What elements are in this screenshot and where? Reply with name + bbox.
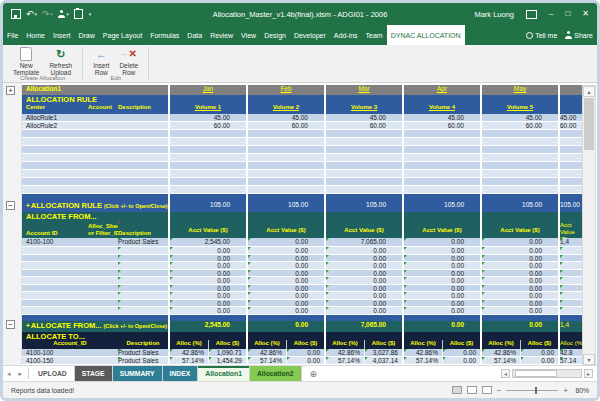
empty-cell[interactable]: [324, 146, 402, 153]
description-cell[interactable]: [118, 300, 168, 307]
user-name[interactable]: Mark Luong: [474, 10, 514, 19]
empty-cell[interactable]: [246, 130, 324, 137]
empty-cell[interactable]: [22, 146, 168, 153]
sheet-tab-allocation2[interactable]: Allocation2: [250, 366, 302, 381]
partial-column-cell[interactable]: [558, 104, 582, 114]
zoom-slider-thumb[interactable]: [535, 387, 537, 394]
outline-collapse-button[interactable]: −: [6, 201, 15, 210]
empty-cell[interactable]: [480, 365, 558, 366]
save-icon[interactable]: [11, 9, 21, 19]
value-cell[interactable]: 7,065.00: [324, 238, 402, 246]
column-header[interactable]: Account_ID: [22, 340, 118, 349]
alloc-amt-header[interactable]: Alloc ($): [364, 340, 402, 349]
acct-value-header[interactable]: Acct Value ($): [168, 222, 246, 238]
partial-column-cell[interactable]: 1,4: [558, 321, 582, 332]
empty-cell[interactable]: [22, 138, 168, 145]
account-id-cell[interactable]: [22, 292, 88, 299]
description-cell[interactable]: [118, 247, 168, 254]
account-id-cell[interactable]: 4100-100: [22, 238, 88, 246]
value-cell[interactable]: 0.00: [480, 270, 558, 277]
value-cell[interactable]: 0.00: [246, 307, 324, 314]
partial-column-cell[interactable]: [558, 285, 582, 292]
value-cell[interactable]: 0.00: [480, 307, 558, 314]
alloc-sheet-cell[interactable]: [88, 300, 118, 307]
section-title[interactable]: ALLOCATE FROM...: [22, 212, 168, 222]
description-cell[interactable]: Product Sales: [118, 238, 168, 246]
summary-value-cell[interactable]: 0.00: [480, 321, 558, 332]
empty-cell[interactable]: [22, 365, 168, 366]
header-cell[interactable]: [168, 332, 246, 340]
partial-column-cell[interactable]: [558, 170, 582, 177]
account-id-cell[interactable]: 4100-100: [22, 349, 118, 356]
new-sheet-button[interactable]: ⊕: [302, 366, 326, 381]
volume-header[interactable]: Volume 5: [480, 104, 558, 114]
refresh-upload-button[interactable]: ↻ Refresh Upload: [45, 46, 76, 77]
value-cell[interactable]: 0.00: [402, 262, 480, 269]
description-cell[interactable]: [118, 277, 168, 284]
alloc-sheet-cell[interactable]: [88, 238, 118, 246]
empty-cell[interactable]: [480, 146, 558, 153]
empty-cell[interactable]: [246, 146, 324, 153]
header-cell[interactable]: [324, 332, 402, 340]
account-cell[interactable]: [88, 114, 118, 121]
value-cell[interactable]: 0.00: [246, 277, 324, 284]
summary-value-cell[interactable]: 0.00: [246, 321, 324, 332]
column-header[interactable]: Description: [118, 340, 168, 349]
ribbon-tab-file[interactable]: File: [3, 25, 22, 45]
partial-column-cell[interactable]: [558, 270, 582, 277]
alloc-amt-header[interactable]: Alloc ($): [520, 340, 558, 349]
column-header[interactable]: Alloc_Sheet or Filter_ID: [88, 222, 118, 238]
description-cell[interactable]: [118, 270, 168, 277]
outline-collapse-button[interactable]: −: [6, 320, 15, 329]
value-cell[interactable]: 0.00: [246, 262, 324, 269]
empty-cell[interactable]: [324, 154, 402, 161]
partial-column-cell[interactable]: [558, 262, 582, 269]
center-cell[interactable]: AllocRule1: [22, 114, 88, 121]
empty-cell[interactable]: [402, 162, 480, 169]
month-header[interactable]: Feb: [246, 85, 324, 95]
scroll-down-icon[interactable]: ▾: [583, 354, 595, 365]
description-cell[interactable]: [118, 122, 168, 129]
alloc-pct-cell[interactable]: 57.14%: [326, 357, 364, 364]
alloc-pct-cell[interactable]: 42.86%: [326, 349, 364, 356]
empty-cell[interactable]: [480, 186, 558, 193]
ribbon-tab-design[interactable]: Design: [260, 25, 290, 45]
center-cell[interactable]: AllocRule2: [22, 122, 88, 129]
partial-column-cell[interactable]: [558, 154, 582, 161]
partial-column-cell[interactable]: [558, 186, 582, 193]
column-header[interactable]: Account ID: [22, 222, 88, 238]
empty-cell[interactable]: [324, 186, 402, 193]
alloc-value-pair[interactable]: 57.14%0.00: [402, 357, 480, 364]
header-cell[interactable]: [480, 332, 558, 340]
value-cell[interactable]: 0.00: [480, 262, 558, 269]
empty-cell[interactable]: [246, 170, 324, 177]
collapse-row-label[interactable]: +ALLOCATION RULE(Click +/- to Open/Close…: [22, 201, 168, 212]
partial-column-cell[interactable]: [558, 138, 582, 145]
alloc-pct-cell[interactable]: 57.14%: [482, 357, 520, 364]
header-cell[interactable]: [168, 95, 246, 104]
sheet-tab-stage[interactable]: STAGE: [75, 366, 113, 381]
value-cell[interactable]: 0.00: [168, 270, 246, 277]
ribbon-tab-dynac-allocation[interactable]: DYNAC ALLOCATION: [387, 25, 465, 45]
empty-cell[interactable]: [246, 365, 324, 366]
value-cell[interactable]: 0.00: [168, 307, 246, 314]
alloc-amt-cell[interactable]: 0.00: [286, 349, 324, 356]
alloc-value-pair[interactable]: 57.14%1,454.29: [168, 357, 246, 364]
partial-column-cell[interactable]: Acct Value ($): [558, 222, 582, 238]
alloc-pct-cell[interactable]: 42.86%: [170, 349, 208, 356]
value-cell[interactable]: 0.00: [480, 285, 558, 292]
value-cell[interactable]: 0.00: [480, 277, 558, 284]
alloc-header-pair[interactable]: Alloc (%)Alloc ($): [402, 340, 480, 349]
summary-value-cell[interactable]: 105.00: [402, 201, 480, 212]
alloc-header-pair[interactable]: Alloc (%)Alloc ($): [246, 340, 324, 349]
alloc-amt-cell[interactable]: 0.00: [520, 349, 558, 356]
maximize-button[interactable]: □: [565, 10, 570, 18]
partial-column-cell[interactable]: [558, 255, 582, 262]
value-cell[interactable]: 0.00: [246, 270, 324, 277]
zoom-in-icon[interactable]: +: [563, 386, 568, 395]
value-cell[interactable]: 0.00: [246, 292, 324, 299]
value-cell[interactable]: 0.00: [246, 255, 324, 262]
ribbon-tab-draw[interactable]: Draw: [74, 25, 98, 45]
alloc-pct-cell[interactable]: 57.14%: [248, 357, 286, 364]
collapse-row-label[interactable]: +ALLOCATE FROM...(Click +/- to Open/Clos…: [22, 321, 168, 332]
